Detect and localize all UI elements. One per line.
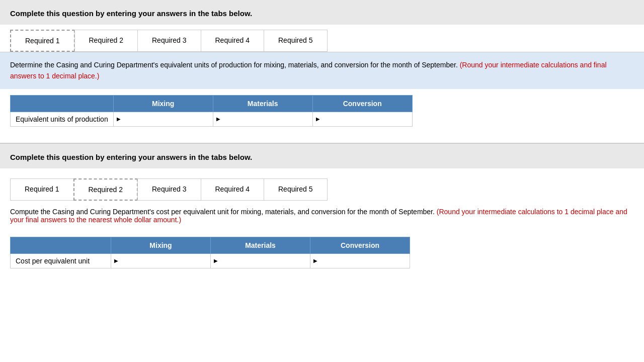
section1: Complete this question by entering your …: [0, 0, 644, 133]
section1-col-conversion: Conversion: [312, 95, 412, 112]
section2-materials-arrow: ▶: [214, 258, 218, 263]
section2-row-label: Cost per equivalent unit: [11, 253, 111, 268]
section1-col-materials: Materials: [213, 95, 312, 112]
section2-col-conversion: Conversion: [310, 237, 410, 253]
section2-tab-4[interactable]: Required 4: [201, 178, 265, 201]
section2-tab-5[interactable]: Required 5: [264, 178, 328, 201]
section1-mixing-input[interactable]: [122, 115, 210, 123]
section-gap: [0, 133, 644, 143]
section1-tabs-wrapper: Required 1 Required 2 Required 3 Require…: [0, 25, 644, 52]
section2-tab-3[interactable]: Required 3: [137, 178, 201, 201]
section2-tabs-row: Required 1 Required 2 Required 3 Require…: [10, 178, 634, 201]
section2-conversion-arrow: ▶: [313, 258, 317, 263]
section2-col-materials: Materials: [211, 237, 310, 253]
section1-conversion-arrow: ▶: [316, 116, 320, 122]
section2-materials-input-cell[interactable]: ▶: [211, 253, 310, 268]
section1-col-mixing: Mixing: [113, 95, 213, 112]
section2-spacer: [0, 168, 644, 173]
section2-instruction-main: Compute the Casing and Curing Department…: [10, 208, 435, 216]
section1-tabs-row: Required 1 Required 2 Required 3 Require…: [10, 30, 634, 52]
section1-mixing-input-cell[interactable]: ▶: [113, 112, 213, 126]
section1-tab-5[interactable]: Required 5: [264, 30, 328, 52]
section2-materials-input[interactable]: [219, 257, 307, 265]
section2-table-wrapper: Mixing Materials Conversion Cost per equ…: [0, 231, 644, 275]
section2-conversion-input[interactable]: [318, 257, 407, 265]
section2-tabs-wrapper: Required 1 Required 2 Required 3 Require…: [0, 173, 644, 201]
section2: Complete this question by entering your …: [0, 144, 644, 275]
section1-tab-4[interactable]: Required 4: [201, 30, 265, 52]
section2-conversion-input-cell[interactable]: ▶: [310, 253, 410, 268]
section1-tab-2[interactable]: Required 2: [74, 30, 138, 52]
section1-materials-input-cell[interactable]: ▶: [213, 112, 312, 126]
section2-instruction: Compute the Casing and Curing Department…: [0, 201, 644, 231]
section2-mixing-arrow: ▶: [114, 258, 118, 263]
section1-row-label: Equivalent units of production: [11, 112, 114, 126]
section2-table: Mixing Materials Conversion Cost per equ…: [10, 237, 410, 268]
section1-mixing-arrow: ▶: [117, 116, 121, 122]
section2-col-mixing: Mixing: [111, 237, 211, 253]
section2-tab-2[interactable]: Required 2: [73, 178, 138, 201]
section1-instruction-main: Determine the Casing and Curing Departme…: [10, 61, 458, 69]
section2-mixing-input-cell[interactable]: ▶: [111, 253, 211, 268]
section2-tab-1[interactable]: Required 1: [10, 178, 74, 201]
section2-row-cost: Cost per equivalent unit ▶ ▶: [11, 253, 410, 268]
section2-mixing-input[interactable]: [119, 257, 207, 265]
section1-header: Complete this question by entering your …: [0, 0, 644, 25]
section2-col-empty: [11, 237, 111, 253]
section1-row-equiv: Equivalent units of production ▶ ▶: [11, 112, 413, 126]
section1-conversion-input-cell[interactable]: ▶: [312, 112, 412, 126]
section1-table-wrapper: Mixing Materials Conversion Equivalent u…: [0, 89, 644, 133]
section1-materials-arrow: ▶: [216, 116, 220, 122]
section1-tab-3[interactable]: Required 3: [137, 30, 201, 52]
section2-header: Complete this question by entering your …: [0, 144, 644, 168]
section1-title: Complete this question by entering your …: [10, 9, 252, 18]
section1-col-empty: [11, 95, 114, 112]
section1-conversion-input[interactable]: [321, 115, 409, 123]
section1-table: Mixing Materials Conversion Equivalent u…: [10, 95, 413, 127]
section1-instruction: Determine the Casing and Curing Departme…: [0, 52, 644, 89]
section1-tab-1[interactable]: Required 1: [10, 30, 75, 52]
section1-materials-input[interactable]: [221, 115, 309, 123]
section2-title: Complete this question by entering your …: [10, 153, 252, 161]
